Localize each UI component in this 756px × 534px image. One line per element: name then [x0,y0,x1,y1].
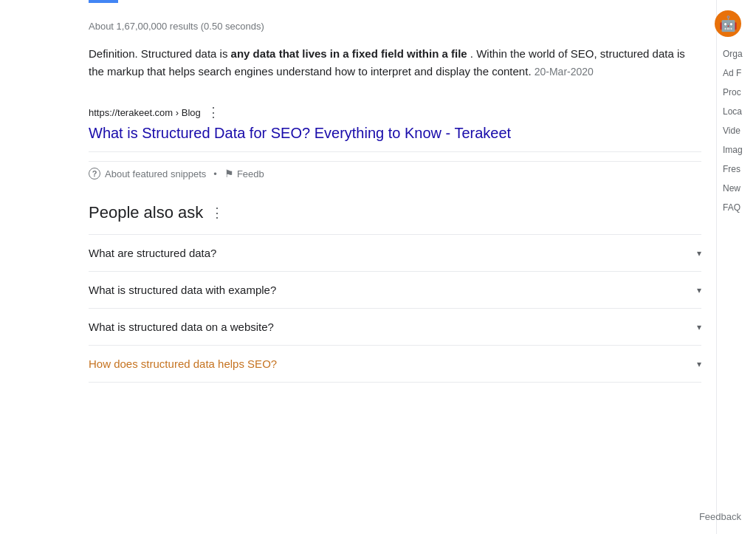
sidebar-item-fres[interactable]: Fres [723,160,750,179]
paa-chevron-icon: ▾ [697,359,701,369]
dot-separator: • [213,168,217,179]
bottom-feedback[interactable]: Feedback [699,511,741,522]
paa-header: People also ask ⋮ [89,203,701,222]
sidebar-item-imag[interactable]: Imag [723,140,750,160]
snippet-date: 20-Mar-2020 [535,66,594,78]
people-also-ask-section: People also ask ⋮ What are structured da… [89,203,701,383]
source-url: https://terakeet.com › Blog [89,107,201,118]
paa-menu-icon[interactable]: ⋮ [210,205,224,221]
paa-item[interactable]: What is structured data on a website? ▾ [89,308,701,345]
snippet-text: Definition. Structured data is any data … [89,45,701,81]
about-snippets-text[interactable]: About featured snippets [105,168,206,179]
sidebar-item-proc[interactable]: Proc [723,83,750,102]
paa-question: What is structured data on a website? [89,321,274,333]
sidebar-item-vide[interactable]: Vide [723,121,750,140]
snippet-text-before: Definition. Structured data is [89,47,231,60]
top-accent-bar [89,0,118,3]
snippet-divider [89,151,701,152]
paa-item[interactable]: What is structured data with example? ▾ [89,271,701,308]
source-menu-icon[interactable]: ⋮ [207,104,220,120]
robot-icon: 🤖 [715,10,741,37]
snippet-bold-text: any data that lives in a fixed field wit… [231,47,467,60]
source-url-line: https://terakeet.com › Blog ⋮ [89,104,701,120]
paa-chevron-icon: ▾ [697,285,701,295]
sidebar-item-faq[interactable]: FAQ [723,198,750,217]
paa-chevron-icon: ▾ [697,322,701,332]
paa-item[interactable]: How does structured data helps SEO? ▾ [89,345,701,383]
right-sidebar: 🤖 Orga Ad F Proc Loca Vide Imag Fres New… [716,0,756,534]
result-link[interactable]: What is Structured Data for SEO? Everyth… [89,123,701,143]
paa-list: What are structured data? ▾ What is stru… [89,234,701,383]
sidebar-items: Orga Ad F Proc Loca Vide Imag Fres New F… [723,44,750,217]
feedback-text: Feedb [237,168,264,179]
about-snippets-row: ? About featured snippets • ⚑ Feedb [89,161,701,185]
featured-snippet: Definition. Structured data is any data … [89,45,701,92]
sidebar-item-loca[interactable]: Loca [723,102,750,121]
paa-question: What is structured data with example? [89,284,276,296]
feedback-icon[interactable]: ⚑ Feedb [224,168,264,179]
paa-item[interactable]: What are structured data? ▾ [89,234,701,271]
sidebar-item-new[interactable]: New [723,179,750,198]
results-count: About 1,67,00,000 results (0.50 seconds) [89,15,701,32]
paa-chevron-icon: ▾ [697,248,701,259]
paa-title: People also ask [89,203,203,222]
feedback-flag-icon: ⚑ [224,168,234,179]
sidebar-item-orga[interactable]: Orga [723,44,750,64]
about-snippets-icon: ? [89,168,100,179]
paa-question-orange: How does structured data helps SEO? [89,357,277,370]
paa-question: What are structured data? [89,247,216,259]
sidebar-item-adf[interactable]: Ad F [723,64,750,83]
